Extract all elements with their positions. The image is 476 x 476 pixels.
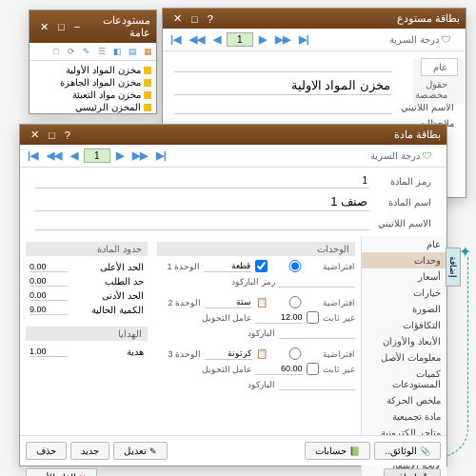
folder-icon — [144, 79, 151, 87]
first-icon[interactable]: |◀ — [168, 31, 184, 48]
item-code-label: رمز المادة — [374, 176, 431, 187]
edit-button[interactable]: ✎تعديل — [113, 442, 168, 460]
item-latin-label: الاسم اللاتيني — [374, 218, 431, 228]
latin-input[interactable] — [174, 99, 392, 114]
side-item[interactable]: التكافؤات — [362, 317, 446, 333]
u1-input[interactable] — [204, 260, 251, 272]
add-button[interactable]: ➕إضافة — [384, 468, 441, 476]
maximize-icon[interactable]: □ — [187, 13, 203, 25]
main-panel: الوحدات افتراضيةالوحدة 1 رمز الباركود اف… — [20, 236, 361, 399]
starburst-icon: ✦ — [459, 243, 471, 261]
limits-title: حدود المادة — [26, 242, 148, 256]
u3-barcode-input[interactable] — [279, 378, 355, 390]
limit-min[interactable]: 0.00 — [30, 290, 68, 301]
gifts-title: الهدايا — [26, 327, 148, 341]
copy-icon[interactable]: 📋 — [256, 348, 268, 359]
next-icon[interactable]: ▶▶ — [272, 31, 293, 48]
limit-max[interactable]: 0.00 — [30, 262, 68, 272]
code-input[interactable] — [174, 57, 392, 72]
tree-item[interactable]: مخزن مواد التعبئة — [32, 89, 153, 101]
close-icon[interactable]: ✕ — [35, 21, 53, 33]
tree-title: مستودعات عامة — [85, 14, 150, 39]
u1-default-radio[interactable] — [271, 260, 319, 272]
u3-fixed-check[interactable] — [307, 363, 319, 375]
tree-tool-icon[interactable]: ▦ — [141, 45, 154, 58]
tree-tool-icon[interactable]: □ — [50, 45, 63, 58]
item-name-input[interactable] — [35, 192, 369, 211]
u3-default-radio[interactable] — [271, 347, 319, 360]
prev-icon[interactable]: ◀◀ — [187, 31, 208, 48]
fwd-icon[interactable]: ▶ — [256, 31, 269, 48]
help-icon[interactable]: ? — [60, 129, 75, 141]
u2-barcode-input[interactable] — [279, 327, 355, 339]
maximize-icon[interactable]: □ — [44, 129, 60, 141]
u1-barcode-input[interactable] — [279, 275, 355, 288]
tree-tool-icon[interactable]: ⟳ — [65, 45, 78, 58]
last-icon[interactable]: ▶| — [296, 31, 312, 48]
del-button[interactable]: حذف — [26, 442, 67, 460]
side-item[interactable]: الأبعاد والأوزان — [362, 333, 446, 349]
tree-tool-icon[interactable]: ◧ — [110, 45, 124, 58]
u3-input[interactable] — [205, 347, 252, 360]
u2-factor-input[interactable] — [255, 311, 303, 324]
new-button[interactable]: جديد — [70, 442, 109, 460]
back-icon[interactable]: ◀ — [68, 148, 81, 164]
tree-tool-icon[interactable]: ✎ — [80, 45, 93, 58]
side-item[interactable]: ملخص الحركة — [362, 392, 446, 408]
u1-check[interactable] — [255, 260, 268, 272]
help-icon[interactable]: ? — [203, 13, 218, 25]
side-item[interactable]: كميات المستودعات — [362, 366, 446, 392]
item-code-input[interactable] — [35, 173, 369, 188]
tree-tool-icon[interactable]: ▤ — [126, 45, 139, 58]
limit-curr[interactable]: 9.00 — [30, 305, 68, 315]
item-latin-input[interactable] — [35, 215, 369, 230]
tab-general[interactable]: عام — [421, 58, 458, 76]
tree-item[interactable]: المخزن الرئيسي — [32, 101, 153, 113]
name-input[interactable] — [174, 76, 392, 95]
u3-factor-input[interactable] — [255, 363, 303, 375]
accounts-button[interactable]: 📗حسابات — [305, 442, 370, 460]
tree-tool-icon[interactable]: ☰ — [95, 45, 109, 58]
gift-val[interactable]: 1.00 — [30, 347, 68, 357]
prev-icon[interactable]: ◀◀ — [44, 148, 65, 164]
first-icon[interactable]: |◀ — [25, 148, 41, 164]
item-title: بطاقة مادة — [75, 129, 441, 141]
fwd-icon[interactable]: ▶ — [113, 148, 127, 164]
edit-icon: ✎ — [149, 446, 157, 456]
item-window: ✕ □ ? بطاقة مادة |◀ ◀◀ ◀ 1 ▶ ▶▶ ▶| درجة … — [19, 124, 447, 466]
last-icon[interactable]: ▶| — [153, 148, 169, 164]
back-icon[interactable]: ◀ — [210, 31, 224, 48]
side-item[interactable]: الصورة — [362, 301, 446, 317]
u2-default-radio[interactable] — [271, 296, 319, 308]
side-item[interactable]: وحدات — [362, 252, 446, 268]
next-icon[interactable]: ▶▶ — [129, 148, 150, 164]
cancel-button[interactable]: ✕إلغاء الأمر — [26, 468, 97, 476]
tab-custom[interactable]: حقول مخصصة — [421, 75, 458, 104]
privacy-label: درجة السرية — [370, 150, 420, 161]
close-icon[interactable]: ✕ — [26, 129, 44, 141]
tree-item[interactable]: مخزن المواد الجاهزة — [32, 76, 153, 89]
bottom-bar: 📎الوثائق.. 📗حسابات ✎تعديل جديد حذف — [20, 435, 446, 466]
side-item[interactable]: مادة تجميعية — [362, 408, 446, 425]
copy-icon[interactable]: 📋 — [256, 297, 268, 307]
side-item[interactable]: أسعار — [362, 268, 446, 285]
tree-body: مخزن المواد الأولية مخزن المواد الجاهزة … — [30, 61, 156, 116]
docs-button[interactable]: 📎الوثائق.. — [374, 442, 441, 460]
item-name-label: اسم المادة — [374, 197, 431, 208]
side-item[interactable]: عام — [362, 236, 446, 252]
u2-fixed-check[interactable] — [307, 311, 319, 324]
page-number[interactable]: 1 — [84, 149, 110, 163]
attach-icon: 📎 — [420, 446, 430, 456]
side-item[interactable]: خيارات — [362, 285, 446, 301]
tree-item[interactable]: مخزن المواد الأولية — [32, 64, 153, 76]
shield-icon[interactable]: 🛡 — [442, 34, 451, 45]
limit-order[interactable]: 0.00 — [30, 276, 68, 287]
tree-window: ✕ □ − مستودعات عامة ▦ ▤ ◧ ☰ ✎ ⟳ □ مخزن ا… — [29, 10, 157, 114]
side-item[interactable]: معلومات الأصل — [362, 349, 446, 366]
page-number[interactable]: 1 — [227, 32, 253, 47]
minimize-icon[interactable]: − — [69, 21, 85, 32]
maximize-icon[interactable]: □ — [53, 21, 69, 32]
u2-input[interactable] — [205, 296, 252, 308]
close-icon[interactable]: ✕ — [169, 12, 187, 25]
shield-icon[interactable]: 🛡 — [423, 150, 432, 161]
